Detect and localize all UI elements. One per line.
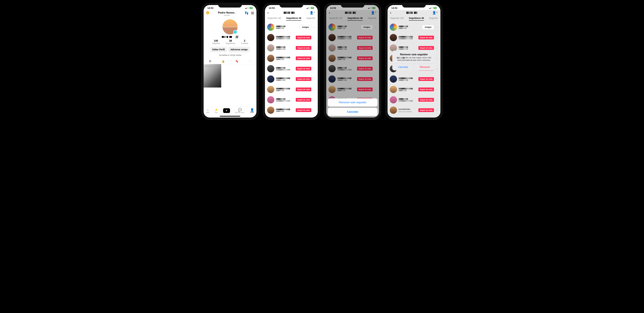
tab-followers[interactable]: Seguidores 38: [409, 17, 424, 20]
add-friend-button[interactable]: Adicionar amigo: [228, 47, 250, 52]
username: [222, 36, 234, 38]
tab-followers[interactable]: Seguidores 38: [286, 17, 301, 20]
friends-button[interactable]: Amigos: [300, 25, 311, 29]
visible-username: lucioüberdan: [398, 108, 417, 110]
follow-back-button[interactable]: Seguir de volta: [296, 46, 311, 50]
remove-follower-action[interactable]: Remover este seguidor: [328, 98, 378, 106]
bio: Jornalista e social media: [204, 54, 256, 56]
more-icon[interactable]: ⋯: [313, 46, 316, 49]
follow-back-button[interactable]: Seguir de volta: [296, 67, 311, 70]
header-username: [284, 12, 295, 14]
alert-title: Remover este seguidor: [396, 53, 432, 56]
more-icon[interactable]: ⋯: [313, 109, 316, 112]
tab-following[interactable]: Seguindo 140: [268, 17, 281, 20]
stat-followers[interactable]: 38 Seguidores: [223, 39, 238, 44]
qr-icon[interactable]: [236, 36, 238, 38]
more-icon[interactable]: ⋯: [313, 26, 316, 29]
status-icons: 􀙇 73: [429, 7, 436, 9]
nav-home[interactable]: ⌂Início: [206, 108, 210, 113]
follow-back-button[interactable]: Seguir de volta: [296, 36, 311, 39]
list-item[interactable]: Seguir de volta⋯: [265, 84, 318, 95]
nav-create[interactable]: +: [223, 108, 230, 113]
list-item[interactable]: Seguir de volta⋯: [265, 95, 318, 105]
chevron-down-icon[interactable]: ⌄: [234, 12, 236, 14]
list-item[interactable]: Seguir de volta⋯: [265, 43, 318, 53]
more-icon[interactable]: ⋯: [313, 36, 316, 39]
tab-grid-icon[interactable]: ☰: [209, 60, 211, 63]
more-icon[interactable]: ⋯: [313, 57, 316, 60]
add-story-icon[interactable]: +: [233, 30, 237, 34]
alert-message: não vai mais seguir você e não será info…: [396, 56, 432, 61]
nav-now[interactable]: ⚡Now: [214, 108, 218, 113]
tab-liked-icon[interactable]: ♡: [249, 60, 251, 63]
more-icon[interactable]: ⋯: [313, 98, 316, 101]
status-time: 14:53: [208, 6, 213, 9]
pronouns: ele/dele: [218, 14, 236, 16]
cancel-action[interactable]: Cancelar: [328, 108, 378, 116]
home-indicator[interactable]: [220, 116, 240, 117]
list-item[interactable]: Seguir de volta⋯: [265, 105, 318, 115]
profile-name[interactable]: Pedro Nunes: [218, 11, 234, 14]
nav-inbox[interactable]: 💬Caixa de entra...: [235, 108, 245, 113]
add-person-icon[interactable]: 👤⁺: [310, 11, 315, 14]
tab-bookmarks-icon[interactable]: 🔖: [235, 60, 238, 63]
action-sheet: Remover este seguidor Cancelar: [328, 97, 378, 116]
list-item[interactable]: Seguir de volta⋯: [265, 63, 318, 74]
status-time: 14:53: [391, 6, 397, 9]
follow-back-button[interactable]: Seguir de volta: [296, 77, 311, 81]
alert-cancel-button[interactable]: Cancelar: [392, 64, 414, 70]
header-username: [406, 12, 417, 14]
tab-locked-icon[interactable]: 🔒: [222, 60, 225, 63]
more-icon[interactable]: ⋯: [313, 88, 316, 91]
status-icons: 􀙇 73: [306, 7, 314, 9]
stat-likes[interactable]: 2 Curtidas: [238, 39, 251, 44]
list-item[interactable]: Amigos⋯: [265, 22, 318, 32]
status-time: 14:53: [269, 6, 275, 9]
follow-back-button[interactable]: Seguir de volta: [296, 108, 311, 112]
drafts-tile[interactable]: Rascunhos: 2: [204, 64, 221, 87]
footsteps-icon[interactable]: 👣: [245, 11, 248, 15]
edit-profile-button[interactable]: Editar Perfil: [210, 47, 227, 52]
alert-remove-button[interactable]: Remover: [414, 64, 436, 70]
follow-back-button[interactable]: Seguir de volta: [296, 87, 311, 91]
tab-suggested[interactable]: Sugerido: [429, 17, 438, 20]
list-item[interactable]: Seguir de volta⋯: [265, 53, 318, 63]
back-icon[interactable]: ‹: [390, 10, 391, 15]
add-person-icon[interactable]: 👤⁺: [432, 11, 438, 14]
tab-suggested[interactable]: Sugerido: [306, 17, 315, 20]
follow-back-button[interactable]: Seguir de volta: [296, 56, 311, 60]
followers-list[interactable]: Amigos⋯ Seguir de volta⋯ Seguir de volta…: [265, 22, 318, 118]
nav-profile[interactable]: 👤Perfil: [250, 108, 254, 113]
coins-icon[interactable]: [206, 11, 209, 14]
stat-following[interactable]: 140 Seguindo: [209, 39, 223, 44]
status-icons: 􀙇 73: [245, 7, 253, 9]
list-item[interactable]: Seguir de volta⋯: [265, 32, 318, 43]
more-icon[interactable]: ⋯: [313, 78, 316, 81]
follow-back-button[interactable]: Seguir de volta: [296, 98, 311, 102]
tab-following[interactable]: Seguindo 140: [390, 17, 404, 20]
confirm-dialog: Remover este seguidor não vai mais segui…: [392, 51, 436, 70]
list-item[interactable]: Seguir de volta⋯: [265, 74, 318, 84]
back-icon[interactable]: ‹: [268, 10, 269, 15]
menu-icon[interactable]: [251, 12, 254, 14]
more-icon[interactable]: ⋯: [313, 67, 316, 70]
